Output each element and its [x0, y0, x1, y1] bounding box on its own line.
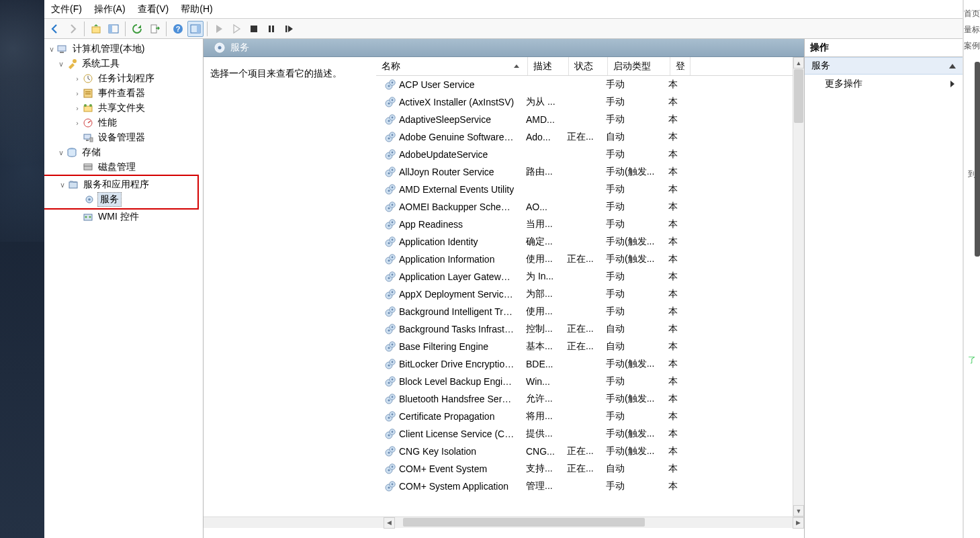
actions-more[interactable]: 更多操作 [805, 75, 963, 93]
service-row[interactable]: Client License Service (Clip...提供...手动(触… [376, 425, 804, 443]
show-action-pane-button[interactable] [187, 21, 204, 37]
up-button[interactable] [88, 21, 104, 37]
tree-device-manager[interactable]: 设备管理器 [44, 130, 203, 145]
export-button[interactable] [146, 21, 163, 37]
scroll-up-icon[interactable]: ▲ [793, 57, 804, 69]
service-logon: 本 [663, 479, 683, 494]
svg-point-115 [388, 416, 390, 418]
column-startup[interactable]: 启动类型 [608, 57, 670, 75]
tree-wmi[interactable]: WMI 控件 [44, 210, 203, 224]
menu-view[interactable]: 查看(V) [138, 3, 169, 15]
service-row[interactable]: Bluetooth Handsfree Service允许...手动(触发...… [376, 390, 804, 408]
show-hide-tree-button[interactable] [105, 21, 122, 37]
service-row[interactable]: ActiveX Installer (AxInstSV)为从 ...手动本 [376, 93, 804, 111]
start-service-button[interactable] [211, 21, 227, 37]
services-header[interactable]: 名称 描述 状态 启动类型 登 [376, 57, 804, 76]
column-name[interactable]: 名称 [376, 57, 528, 75]
service-row[interactable]: COM+ System Application管理...手动本 [376, 478, 804, 495]
tree-root[interactable]: v 计算机管理(本地) [44, 42, 203, 56]
svg-point-131 [388, 486, 390, 488]
service-row[interactable]: Base Filtering Engine基本...正在...自动本 [376, 338, 804, 355]
service-row[interactable]: Application Identity确定...手动(触发...本 [376, 233, 804, 251]
service-row[interactable]: BitLocker Drive Encryption ...BDE...手动(触… [376, 355, 804, 373]
menu-action[interactable]: 操作(A) [94, 3, 126, 15]
services-rows[interactable]: ACP User Service手动本ActiveX Installer (Ax… [376, 76, 804, 517]
expand-icon[interactable]: v [56, 60, 66, 68]
expand-icon[interactable]: v [47, 46, 56, 53]
expand-icon[interactable]: › [73, 105, 82, 112]
service-row[interactable]: CNG Key IsolationCNG...正在...手动(触发...本 [376, 443, 804, 460]
navigation-tree[interactable]: v 计算机管理(本地) v 系统工具 › 任务计划程序 › 事件 [44, 39, 204, 538]
service-startup: 手动(触发... [600, 392, 663, 406]
expand-icon[interactable]: v [56, 149, 66, 156]
expand-icon[interactable]: › [73, 75, 82, 83]
tree-disk-management[interactable]: 磁盘管理 [44, 160, 203, 175]
menu-file[interactable]: 文件(F) [51, 3, 82, 15]
service-row[interactable]: AMD External Events Utility手动本 [376, 181, 804, 198]
column-logon[interactable]: 登 [670, 57, 691, 75]
service-row[interactable]: AOMEI Backupper Schedul...AO...手动本 [376, 198, 804, 216]
tree-services[interactable]: 服务 [44, 192, 197, 207]
service-row[interactable]: AppX Deployment Service ...为部...手动本 [376, 285, 804, 303]
actions-category[interactable]: 服务 [805, 57, 963, 75]
expand-icon[interactable]: › [73, 90, 82, 97]
tree-task-scheduler[interactable]: › 任务计划程序 [44, 71, 203, 86]
service-row[interactable]: App Readiness当用...手动本 [376, 216, 804, 233]
page-scrollbar[interactable] [975, 62, 980, 257]
restart-service-button[interactable] [281, 21, 297, 37]
tree-storage[interactable]: v 存储 [44, 145, 203, 160]
menu-help[interactable]: 帮助(H) [181, 3, 212, 15]
refresh-button[interactable] [129, 21, 145, 37]
tree-services-apps[interactable]: v 服务和应用程序 [44, 177, 197, 192]
service-row[interactable]: COM+ Event System支持...正在...自动本 [376, 460, 804, 478]
scroll-thumb[interactable] [794, 69, 803, 123]
tree-shared-folders[interactable]: › 共享文件夹 [44, 101, 203, 116]
service-row[interactable]: Block Level Backup Engine ...Win...手动本 [376, 373, 804, 390]
service-row[interactable]: AllJoyn Router Service路由...手动(触发...本 [376, 163, 804, 181]
service-row[interactable]: Application Layer Gateway ...为 In...手动本 [376, 268, 804, 285]
scroll-right-icon[interactable]: ▶ [793, 517, 804, 529]
service-row[interactable]: Background Tasks Infrastru...控制...正在...自… [376, 320, 804, 338]
service-row[interactable]: Application Information使用...正在...手动(触发..… [376, 251, 804, 268]
expand-icon[interactable]: v [58, 181, 67, 189]
bottom-tabs[interactable] [204, 528, 804, 538]
service-startup: 手动(触发... [600, 165, 663, 179]
service-logon: 本 [663, 392, 683, 406]
service-row[interactable]: AdaptiveSleepServiceAMD...手动本 [376, 111, 804, 128]
scroll-down-icon[interactable]: ▼ [793, 505, 804, 517]
tree-performance[interactable]: › 性能 [44, 116, 203, 130]
column-status[interactable]: 状态 [569, 57, 608, 75]
tree-system-tools[interactable]: v 系统工具 [44, 56, 203, 71]
service-status: 正在... [562, 461, 600, 476]
service-desc: 为 In... [521, 269, 562, 284]
back-button[interactable] [47, 21, 63, 37]
service-desc: 为部... [521, 287, 562, 302]
service-startup: 手动 [600, 182, 663, 197]
service-row[interactable]: Background Intelligent Tra...使用...手动本 [376, 303, 804, 320]
service-row[interactable]: Certificate Propagation将用...手动本 [376, 408, 804, 425]
service-row[interactable]: AdobeUpdateService手动本 [376, 146, 804, 163]
svg-point-127 [388, 469, 390, 471]
stop-service-button[interactable] [246, 21, 262, 37]
svg-point-51 [388, 137, 390, 139]
scroll-thumb[interactable] [403, 518, 645, 527]
start-service-button-2[interactable] [228, 21, 244, 37]
service-row[interactable]: ACP User Service手动本 [376, 76, 804, 93]
service-row[interactable]: Adobe Genuine Software I...Ado...正在...自动… [376, 128, 804, 146]
service-name: Background Tasks Infrastru... [399, 324, 515, 334]
svg-point-63 [388, 189, 390, 191]
vertical-scrollbar[interactable]: ▲ ▼ [793, 57, 804, 517]
forward-button[interactable] [64, 21, 81, 37]
pause-service-button[interactable] [263, 21, 279, 37]
service-desc: 使用... [521, 304, 562, 319]
column-description[interactable]: 描述 [528, 57, 569, 75]
scroll-left-icon[interactable]: ◀ [384, 517, 395, 529]
tree-event-viewer[interactable]: › 事件查看器 [44, 86, 203, 101]
gear-icon [384, 201, 396, 213]
help-button[interactable]: ? [170, 21, 186, 37]
service-name: Adobe Genuine Software I... [399, 132, 515, 142]
tools-icon [66, 58, 78, 70]
svg-point-48 [392, 117, 394, 119]
expand-icon[interactable]: › [73, 120, 82, 127]
horizontal-scrollbar[interactable]: ◀ ▶ [204, 517, 804, 528]
